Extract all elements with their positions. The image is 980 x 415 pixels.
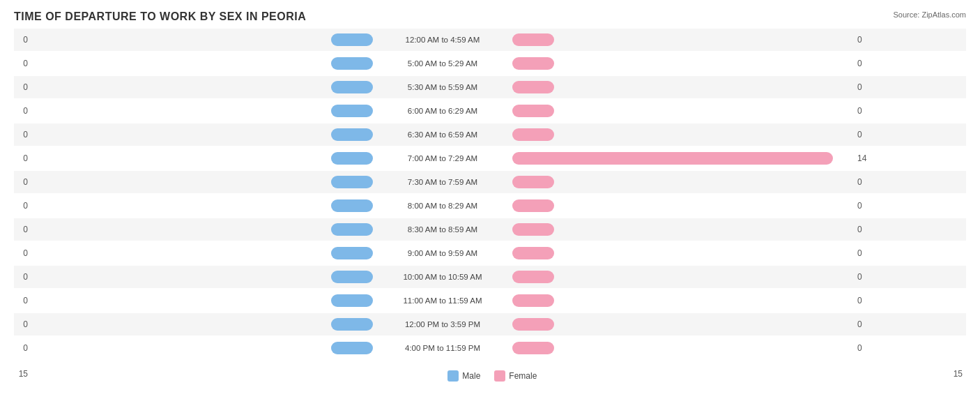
male-bar xyxy=(331,271,373,283)
left-value: 0 xyxy=(14,59,31,68)
time-label: 7:00 AM to 7:29 AM xyxy=(373,154,512,163)
bar-row: 07:30 AM to 7:59 AM0 xyxy=(14,171,966,193)
left-value: 0 xyxy=(14,201,31,211)
male-bar xyxy=(331,247,373,259)
left-bar-area xyxy=(31,318,373,331)
male-bar xyxy=(331,105,373,117)
chart-container: TIME OF DEPARTURE TO WORK BY SEX IN PEOR… xyxy=(0,0,980,415)
bar-row: 010:00 AM to 10:59 AM0 xyxy=(14,266,966,288)
right-value: 0 xyxy=(854,59,878,68)
left-value: 0 xyxy=(14,225,31,234)
female-bar xyxy=(512,247,554,259)
right-value: 0 xyxy=(854,130,878,139)
time-label: 5:00 AM to 5:29 AM xyxy=(373,59,512,68)
right-value: 0 xyxy=(854,319,878,329)
left-bar-area xyxy=(31,247,373,259)
female-bar xyxy=(512,199,554,212)
bar-row: 06:30 AM to 6:59 AM0 xyxy=(14,123,966,146)
female-bar xyxy=(512,294,554,307)
time-label: 8:30 AM to 8:59 AM xyxy=(373,225,512,234)
left-bar-area xyxy=(31,33,373,46)
right-value: 14 xyxy=(854,153,878,163)
female-bar xyxy=(512,318,554,331)
bar-row: 09:00 AM to 9:59 AM0 xyxy=(14,242,966,264)
right-bar-area xyxy=(512,247,854,259)
axis-right-value: 15 xyxy=(954,369,966,379)
right-bar-area xyxy=(512,105,854,117)
time-label: 8:00 AM to 8:29 AM xyxy=(373,202,512,210)
time-label: 5:30 AM to 5:59 AM xyxy=(373,83,512,91)
left-value: 0 xyxy=(14,106,31,116)
right-value: 0 xyxy=(854,106,878,116)
male-bar xyxy=(331,81,373,93)
left-bar-area xyxy=(31,128,373,141)
right-value: 0 xyxy=(854,82,878,92)
male-bar xyxy=(331,33,373,46)
bar-row: 08:30 AM to 8:59 AM0 xyxy=(14,218,966,241)
time-label: 10:00 AM to 10:59 AM xyxy=(373,273,512,281)
male-bar xyxy=(331,223,373,236)
female-bar xyxy=(512,81,554,93)
right-bar-area xyxy=(512,176,854,188)
left-value: 0 xyxy=(14,177,31,187)
bar-row: 06:00 AM to 6:29 AM0 xyxy=(14,100,966,122)
right-bar-area xyxy=(512,33,854,46)
left-bar-area xyxy=(31,223,373,236)
right-value: 0 xyxy=(854,343,878,353)
left-value: 0 xyxy=(14,82,31,92)
time-label: 7:30 AM to 7:59 AM xyxy=(373,178,512,186)
right-value: 0 xyxy=(854,35,878,45)
left-bar-area xyxy=(31,105,373,117)
time-label: 4:00 PM to 11:59 PM xyxy=(373,344,512,352)
left-value: 0 xyxy=(14,35,31,45)
axis-row: 15 Male Female 15 xyxy=(14,366,966,382)
female-bar xyxy=(512,342,554,354)
legend-male: Male xyxy=(447,370,480,382)
right-bar-area xyxy=(512,57,854,70)
left-value: 0 xyxy=(14,153,31,163)
female-bar xyxy=(512,176,554,188)
left-value: 0 xyxy=(14,248,31,258)
time-label: 12:00 AM to 4:59 AM xyxy=(373,36,512,44)
legend-female: Female xyxy=(494,370,537,382)
bar-row: 012:00 PM to 3:59 PM0 xyxy=(14,313,966,335)
right-bar-area xyxy=(512,223,854,236)
right-bar-area xyxy=(512,199,854,212)
time-label: 9:00 AM to 9:59 AM xyxy=(373,249,512,257)
female-bar xyxy=(512,33,554,46)
female-bar xyxy=(512,128,554,141)
axis-left-value: 15 xyxy=(14,369,31,379)
female-bar xyxy=(512,57,554,70)
female-swatch xyxy=(494,370,505,382)
legend: Male Female xyxy=(447,370,537,382)
bar-row: 07:00 AM to 7:29 AM14 xyxy=(14,147,966,169)
bar-row: 05:30 AM to 5:59 AM0 xyxy=(14,76,966,98)
left-bar-area xyxy=(31,342,373,354)
male-bar xyxy=(331,318,373,331)
left-bar-area xyxy=(31,199,373,212)
male-bar xyxy=(331,128,373,141)
right-value: 0 xyxy=(854,177,878,187)
bar-row: 04:00 PM to 11:59 PM0 xyxy=(14,337,966,359)
right-value: 0 xyxy=(854,272,878,282)
right-bar-area xyxy=(512,81,854,93)
bar-row: 08:00 AM to 8:29 AM0 xyxy=(14,195,966,217)
bar-row: 011:00 AM to 11:59 AM0 xyxy=(14,289,966,312)
chart-area: 012:00 AM to 4:59 AM005:00 AM to 5:29 AM… xyxy=(14,29,966,363)
male-bar xyxy=(331,57,373,70)
left-bar-area xyxy=(31,294,373,307)
right-value: 0 xyxy=(854,248,878,258)
male-bar xyxy=(331,199,373,212)
female-bar xyxy=(512,223,554,236)
left-value: 0 xyxy=(14,130,31,139)
bar-row: 05:00 AM to 5:29 AM0 xyxy=(14,52,966,75)
female-bar xyxy=(512,271,554,283)
legend-male-label: Male xyxy=(462,371,480,381)
right-bar-area xyxy=(512,294,854,307)
male-bar xyxy=(331,342,373,354)
male-bar xyxy=(331,176,373,188)
right-bar-area xyxy=(512,271,854,283)
right-bar-area xyxy=(512,318,854,331)
left-bar-area xyxy=(31,57,373,70)
time-label: 6:00 AM to 6:29 AM xyxy=(373,107,512,115)
